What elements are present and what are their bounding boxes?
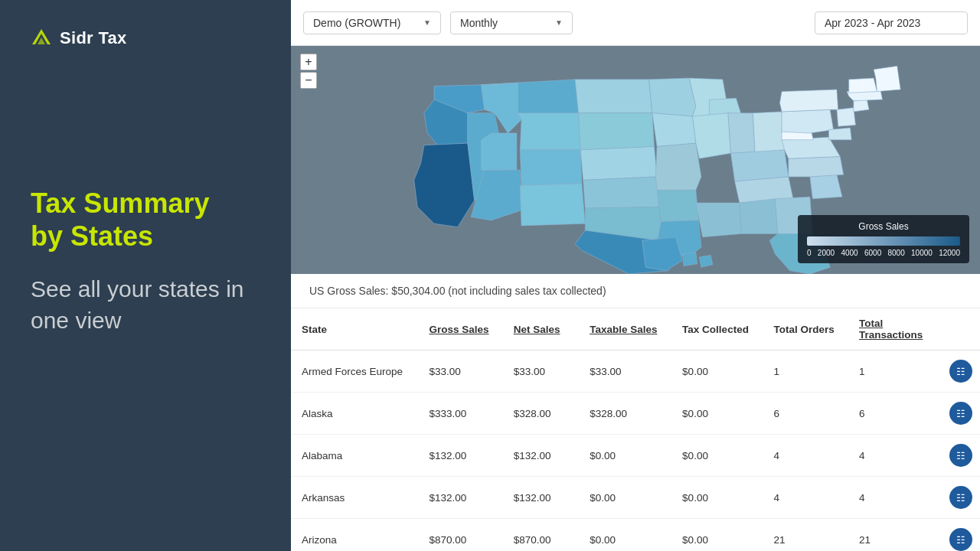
table-row: Alaska $333.00 $328.00 $328.00 $0.00 6 6… (291, 393, 980, 435)
cell-total-transactions: 4 (848, 477, 937, 519)
document-icon: ☷ (956, 408, 965, 419)
top-bar: Demo (GROWTH) ▼ Monthly ▼ Apr 2023 - Apr… (291, 0, 980, 46)
map-zoom-out[interactable]: − (300, 72, 317, 89)
table-row: Alabama $132.00 $132.00 $0.00 $0.00 4 4 … (291, 435, 980, 477)
states-table: State Gross Sales Net Sales Taxable Sale… (291, 308, 980, 551)
document-icon: ☷ (956, 366, 965, 377)
svg-marker-16 (579, 113, 655, 150)
svg-marker-34 (740, 199, 778, 234)
demo-label: Demo (GROWTH) (313, 17, 400, 29)
cell-gross-sales: $33.00 (418, 350, 502, 393)
col-total-orders: Total Orders (763, 308, 848, 350)
logo-icon (31, 28, 52, 49)
svg-marker-38 (789, 157, 844, 177)
map-zoom-in[interactable]: + (300, 54, 317, 70)
cell-gross-sales: $132.00 (418, 477, 502, 519)
svg-marker-17 (580, 146, 657, 180)
cell-total-orders: 1 (763, 350, 848, 393)
cell-tax-collected: $0.00 (671, 435, 763, 477)
cell-state: Armed Forces Europe (291, 350, 418, 393)
cell-net-sales: $132.00 (503, 435, 579, 477)
svg-marker-48 (874, 66, 900, 91)
row-action-button[interactable]: ☷ (949, 528, 972, 551)
col-total-transactions: TotalTransactions (848, 308, 937, 350)
states-table-wrapper[interactable]: State Gross Sales Net Sales Taxable Sale… (291, 308, 980, 551)
svg-marker-11 (481, 133, 516, 170)
svg-marker-42 (779, 90, 838, 112)
monthly-dropdown[interactable]: Monthly ▼ (450, 11, 573, 34)
row-action-button[interactable]: ☷ (949, 486, 972, 509)
map-container: + − (291, 46, 980, 274)
svg-marker-12 (520, 150, 582, 185)
cell-total-orders: 4 (763, 435, 848, 477)
cell-tax-collected: $0.00 (671, 350, 763, 393)
svg-marker-14 (520, 184, 585, 226)
sidebar-title: Tax Summary by States (31, 187, 260, 253)
col-gross-sales: Gross Sales (418, 308, 502, 350)
cell-taxable-sales: $328.00 (579, 393, 671, 435)
table-row: Arizona $870.00 $870.00 $0.00 $0.00 21 2… (291, 519, 980, 552)
svg-marker-50 (682, 253, 697, 266)
table-header-row: State Gross Sales Net Sales Taxable Sale… (291, 308, 980, 350)
cell-tax-collected: $0.00 (671, 393, 763, 435)
row-action-button[interactable]: ☷ (949, 402, 972, 425)
action-cell: ☷ (937, 393, 980, 435)
cell-net-sales: $33.00 (503, 350, 579, 393)
document-icon: ☷ (956, 492, 965, 504)
col-taxable-sales: Taxable Sales (579, 308, 671, 350)
sidebar-subtitle: See all your states in one view (31, 274, 260, 336)
svg-marker-21 (649, 78, 696, 116)
table-row: Arkansas $132.00 $132.00 $0.00 $0.00 4 4… (291, 477, 980, 519)
cell-taxable-sales: $0.00 (579, 435, 671, 477)
table-row: Armed Forces Europe $33.00 $33.00 $33.00… (291, 350, 980, 393)
cell-total-transactions: 1 (848, 350, 937, 393)
svg-marker-15 (575, 80, 652, 113)
cell-total-orders: 21 (763, 519, 848, 552)
svg-marker-30 (753, 112, 784, 155)
monthly-label: Monthly (460, 17, 498, 29)
map-legend: Gross Sales 0 2000 4000 6000 8000 10000 … (798, 215, 969, 263)
row-action-button[interactable]: ☷ (949, 360, 972, 383)
action-cell: ☷ (937, 435, 980, 477)
cell-tax-collected: $0.00 (671, 477, 763, 519)
svg-marker-33 (696, 203, 742, 237)
svg-marker-44 (837, 108, 856, 127)
svg-marker-28 (693, 113, 731, 159)
col-tax-collected: Tax Collected (671, 308, 763, 350)
map-controls: + − (300, 54, 317, 89)
svg-marker-22 (652, 113, 696, 147)
demo-dropdown-arrow: ▼ (423, 18, 431, 27)
row-action-button[interactable]: ☷ (949, 444, 972, 467)
svg-marker-24 (657, 190, 698, 221)
action-cell: ☷ (937, 350, 980, 393)
action-cell: ☷ (937, 519, 980, 552)
cell-taxable-sales: $33.00 (579, 350, 671, 393)
cell-tax-collected: $0.00 (671, 519, 763, 552)
col-state: State (291, 308, 418, 350)
sidebar: Sidr Tax Tax Summary by States See all y… (0, 0, 291, 551)
date-range-dropdown[interactable]: Apr 2023 - Apr 2023 (815, 11, 968, 34)
svg-marker-45 (854, 99, 869, 112)
cell-total-transactions: 6 (848, 393, 937, 435)
cell-state: Alaska (291, 393, 418, 435)
col-net-sales: Net Sales (503, 308, 579, 350)
cell-taxable-sales: $0.00 (579, 477, 671, 519)
demo-dropdown[interactable]: Demo (GROWTH) ▼ (303, 11, 441, 34)
cell-total-transactions: 21 (848, 519, 937, 552)
cell-total-orders: 4 (763, 477, 848, 519)
cell-gross-sales: $132.00 (418, 435, 502, 477)
cell-net-sales: $870.00 (503, 519, 579, 552)
cell-net-sales: $132.00 (503, 477, 579, 519)
svg-marker-10 (518, 113, 581, 150)
legend-labels: 0 2000 4000 6000 8000 10000 12000 (807, 249, 960, 257)
logo-text: Sidr Tax (60, 28, 127, 48)
logo-area: Sidr Tax (31, 28, 260, 49)
svg-marker-31 (730, 150, 788, 181)
action-cell: ☷ (937, 477, 980, 519)
svg-marker-18 (583, 177, 659, 208)
svg-marker-43 (828, 128, 851, 140)
document-icon: ☷ (956, 534, 965, 546)
cell-total-orders: 6 (763, 393, 848, 435)
svg-marker-41 (782, 109, 833, 133)
cell-gross-sales: $333.00 (418, 393, 502, 435)
